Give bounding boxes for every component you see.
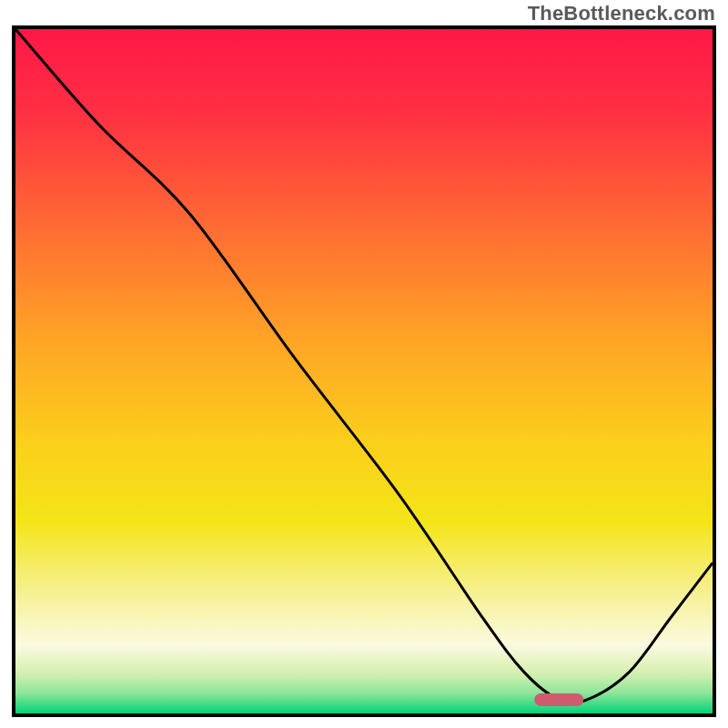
plot-area [15,29,713,713]
chart-frame [12,25,716,717]
watermark-text: TheBottleneck.com [528,2,715,25]
bottleneck-curve [15,29,713,713]
recommendation-marker [535,693,584,706]
